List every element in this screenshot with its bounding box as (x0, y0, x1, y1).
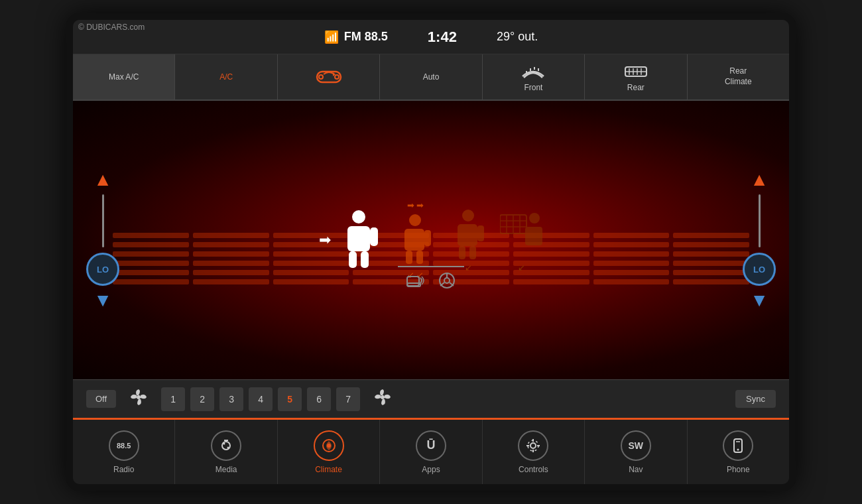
speed-7-button[interactable]: 7 (336, 387, 360, 411)
rear-defrost-button[interactable]: Rear (585, 54, 687, 99)
left-temp-up[interactable]: ▲ (93, 170, 112, 189)
front-label: Front (524, 83, 542, 92)
passenger-figure-svg (394, 213, 437, 267)
right-temp-slider[interactable]: ▲ LO ▼ (743, 170, 776, 310)
phone-icon (731, 438, 745, 453)
seat-figures-container: ➡ ➡➡ (119, 200, 743, 280)
rear-defrost-icon (624, 62, 648, 80)
driver-arrow-icon: ➡ (319, 231, 331, 249)
speed-3-button[interactable]: 3 (219, 387, 243, 411)
nav-navigation[interactable]: SW Nav (585, 420, 687, 484)
driver-figure-svg (334, 209, 384, 272)
svg-point-45 (137, 395, 141, 399)
speed-4-button[interactable]: 4 (249, 387, 273, 411)
climate-icon (320, 437, 338, 454)
max-ac-button[interactable]: Max A/C (73, 54, 175, 99)
nav-radio[interactable]: 88.5 Radio (73, 420, 175, 484)
rear-label: Rear (627, 83, 645, 92)
auto-button[interactable]: Auto (380, 54, 482, 99)
apps-nav-label: Apps (422, 465, 440, 474)
media-nav-label: Media (216, 465, 237, 474)
front-defrost-icon (521, 62, 545, 80)
svg-rect-23 (416, 251, 423, 264)
svg-point-46 (381, 395, 385, 399)
rear-air-arrow: ↙ (465, 263, 472, 273)
fan-right-icon (368, 388, 397, 410)
fan-left-icon (124, 388, 153, 410)
nav-nav-label: Nav (629, 465, 643, 474)
svg-rect-16 (370, 227, 378, 246)
svg-rect-38 (407, 277, 419, 286)
controls-nav-label: Controls (519, 465, 548, 474)
apps-icon-char: Ū (426, 438, 435, 452)
right-temp-down[interactable]: ▼ (750, 291, 769, 310)
status-bar: 📶 FM 88.5 1:42 29° out. (73, 20, 789, 54)
defroster-svg (500, 208, 543, 263)
speed-1-button[interactable]: 1 (161, 387, 185, 411)
climate-nav-icon (314, 430, 344, 461)
svg-point-35 (529, 213, 540, 223)
nav-phone[interactable]: Phone (688, 420, 789, 484)
radio-status: 📶 FM 88.5 (324, 30, 388, 44)
screen-bezel: © DUBICARS.com 📶 FM 88.5 1:42 29° out. M… (66, 13, 796, 491)
speed-5-button[interactable]: 5 (278, 387, 302, 411)
seat-bottom-controls (398, 266, 464, 290)
svg-point-53 (530, 443, 536, 448)
control-bar: Max A/C A/C Auto (73, 54, 789, 101)
svg-rect-36 (525, 227, 542, 245)
defroster-figure: ↙ (500, 208, 543, 273)
svg-rect-27 (459, 246, 465, 259)
speed-2-button[interactable]: 2 (190, 387, 214, 411)
radio-nav-icon: 88.5 (109, 430, 139, 461)
svg-rect-28 (469, 246, 476, 259)
nav-climate[interactable]: Climate (278, 420, 380, 484)
svg-point-50 (227, 446, 229, 448)
climate-nav-label: Climate (315, 465, 342, 474)
speed-6-button[interactable]: 6 (307, 387, 331, 411)
svg-point-24 (462, 210, 474, 221)
fan-off-button[interactable]: Off (86, 390, 116, 408)
radio-freq: 88.5 (117, 442, 131, 450)
watermark: © DUBICARS.com (78, 23, 145, 32)
rear-seat-figure: ↙ (447, 208, 490, 273)
rear-climate-label: RearClimate (725, 66, 752, 87)
nav-media[interactable]: Media (175, 420, 277, 484)
front-defrost-button[interactable]: Front (483, 54, 585, 99)
steering-icon (438, 271, 456, 290)
station-text: FM 88.5 (344, 30, 388, 44)
svg-rect-17 (349, 251, 357, 268)
svg-point-2 (335, 75, 339, 79)
left-temp-slider[interactable]: ▲ LO ▼ (86, 170, 119, 310)
right-temp-dial: LO (743, 253, 776, 286)
usb-icon (219, 438, 233, 453)
screen: 📶 FM 88.5 1:42 29° out. Max A/C A/C (73, 20, 789, 484)
svg-rect-22 (406, 251, 412, 264)
nav-nav-icon: SW (621, 430, 651, 461)
phone-nav-icon (723, 430, 753, 461)
sync-button[interactable]: Sync (735, 390, 776, 408)
svg-point-52 (327, 444, 331, 448)
rear-climate-button[interactable]: RearClimate (688, 54, 789, 99)
clock: 1:42 (428, 29, 457, 46)
controls-nav-icon (518, 430, 548, 461)
recirculate-icon (316, 68, 342, 86)
left-temp-down[interactable]: ▼ (93, 291, 112, 310)
recirculate-button[interactable] (278, 54, 380, 99)
right-temp-line (759, 194, 761, 247)
right-temp-up[interactable]: ▲ (750, 170, 769, 189)
nav-controls[interactable]: Controls (483, 420, 585, 484)
auto-label: Auto (423, 72, 440, 82)
seat-divider (398, 266, 464, 267)
nav-bar: 88.5 Radio Media (73, 418, 789, 484)
svg-point-41 (444, 278, 450, 283)
defroster-air-arrow: ↙ (518, 263, 525, 273)
svg-point-14 (352, 210, 365, 223)
driver-seat-figure: ➡ (319, 209, 384, 272)
svg-rect-0 (317, 72, 341, 82)
nav-apps[interactable]: Ū Apps (380, 420, 482, 484)
outside-temp: 29° out. (497, 30, 538, 44)
signal-icon: 📶 (324, 30, 339, 44)
ac-button[interactable]: A/C (175, 54, 277, 99)
fan-speeds-group: 1 2 3 4 5 6 7 (161, 387, 360, 411)
ac-label: A/C (219, 72, 233, 82)
